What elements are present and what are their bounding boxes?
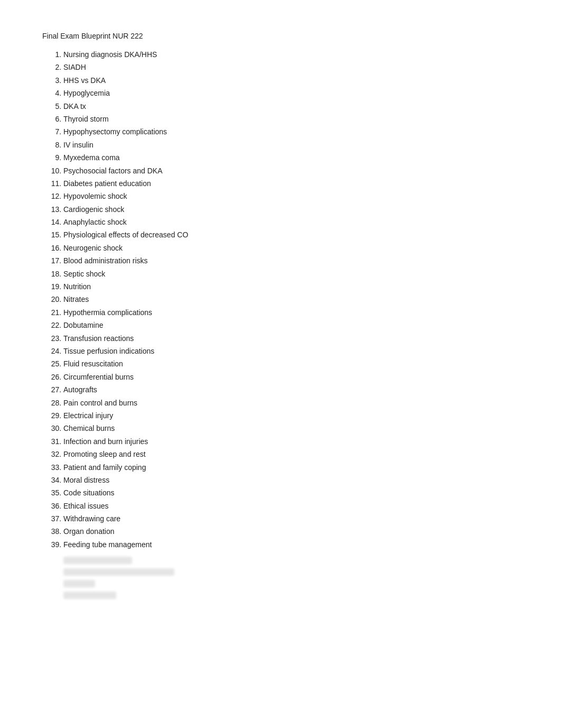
- list-item: Psychosocial factors and DKA: [63, 165, 529, 177]
- list-item: Moral distress: [63, 474, 529, 486]
- blurred-line-1: [63, 557, 132, 564]
- list-item: Hypovolemic shock: [63, 190, 529, 202]
- blurred-line-4: [63, 592, 116, 599]
- list-item: Neurogenic shock: [63, 242, 529, 254]
- list-item: Pain control and burns: [63, 397, 529, 409]
- list-item: Patient and family coping: [63, 462, 529, 473]
- main-list: Nursing diagnosis DKA/HHSSIADHHHS vs DKA…: [63, 49, 529, 550]
- list-item: Blood administration risks: [63, 255, 529, 266]
- list-item: Electrical injury: [63, 410, 529, 421]
- blurred-line-3: [63, 580, 95, 587]
- list-item: Tissue perfusion indications: [63, 345, 529, 357]
- page-title: Final Exam Blueprint NUR 222: [42, 32, 529, 40]
- list-item: Chemical burns: [63, 422, 529, 434]
- list-item: Hypophysectomy complications: [63, 126, 529, 137]
- blurred-section: [63, 557, 529, 599]
- list-item: Fluid resuscitation: [63, 358, 529, 370]
- list-item: Nitrates: [63, 293, 529, 305]
- list-item: HHS vs DKA: [63, 75, 529, 86]
- list-item: Code situations: [63, 487, 529, 499]
- list-item: IV insulin: [63, 139, 529, 151]
- list-item: Nursing diagnosis DKA/HHS: [63, 49, 529, 60]
- list-item: DKA tx: [63, 100, 529, 112]
- list-item: Anaphylactic shock: [63, 216, 529, 228]
- list-item: Circumferential burns: [63, 371, 529, 383]
- list-item: Infection and burn injuries: [63, 436, 529, 447]
- list-item: Hypoglycemia: [63, 87, 529, 99]
- list-item: Dobutamine: [63, 319, 529, 331]
- list-item: Nutrition: [63, 281, 529, 292]
- list-item: SIADH: [63, 61, 529, 73]
- list-item: Organ donation: [63, 526, 529, 537]
- list-item: Diabetes patient education: [63, 178, 529, 189]
- list-item: Thyroid storm: [63, 113, 529, 125]
- list-item: Hypothermia complications: [63, 307, 529, 318]
- blurred-line-2: [63, 568, 174, 576]
- list-item: Cardiogenic shock: [63, 204, 529, 215]
- list-item: Septic shock: [63, 268, 529, 280]
- list-item: Transfusion reactions: [63, 333, 529, 344]
- list-item: Promoting sleep and rest: [63, 448, 529, 460]
- list-item: Withdrawing care: [63, 513, 529, 524]
- list-item: Ethical issues: [63, 500, 529, 512]
- list-item: Physiological effects of decreased CO: [63, 229, 529, 241]
- list-item: Myxedema coma: [63, 152, 529, 163]
- list-item: Autografts: [63, 384, 529, 395]
- list-item: Feeding tube management: [63, 539, 529, 550]
